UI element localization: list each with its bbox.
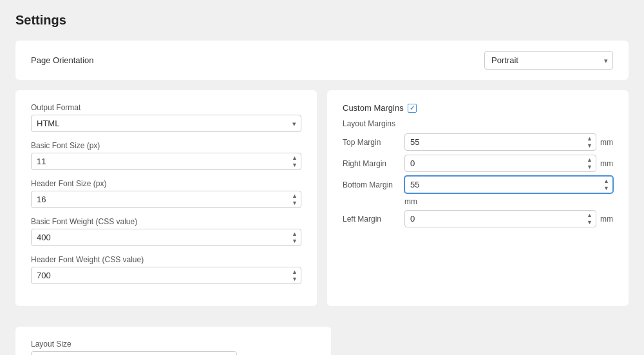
output-format-group: Output Format HTML PDF DOCX ▾ — [31, 103, 301, 132]
top-margin-spinner: ▲ ▼ — [404, 133, 596, 151]
layout-size-select[interactable]: A4 A3 Letter Legal — [31, 351, 237, 355]
left-margin-row: Left Margin ▲ ▼ mm — [343, 210, 613, 227]
left-margin-label: Left Margin — [343, 215, 401, 224]
header-font-size-down[interactable]: ▼ — [289, 200, 300, 207]
orientation-select-wrapper: Portrait Landscape ▾ — [484, 51, 613, 70]
custom-margins-checkbox[interactable] — [408, 104, 417, 113]
main-settings-row: Output Format HTML PDF DOCX ▾ Basic Font… — [15, 90, 629, 316]
bottom-margin-row: Bottom Margin ▲ ▼ — [343, 176, 613, 193]
output-format-label: Output Format — [31, 103, 301, 112]
header-font-size-group: Header Font Size (px) ▲ ▼ — [31, 179, 301, 208]
top-margin-down[interactable]: ▼ — [584, 142, 595, 149]
left-margin-spinner: ▲ ▼ — [404, 210, 596, 227]
right-margin-spinner: ▲ ▼ — [404, 155, 596, 172]
header-font-weight-spinner: ▲ ▼ — [31, 267, 301, 284]
left-settings-card: Output Format HTML PDF DOCX ▾ Basic Font… — [15, 90, 317, 306]
right-margin-up[interactable]: ▲ — [584, 157, 595, 164]
header-font-weight-label: Header Font Weight (CSS value) — [31, 255, 301, 264]
top-margin-up[interactable]: ▲ — [584, 135, 595, 142]
layout-size-group: Layout Size A4 A3 Letter Legal ▾ — [31, 340, 316, 355]
header-font-size-arrows: ▲ ▼ — [289, 193, 300, 207]
bottom-margin-up[interactable]: ▲ — [601, 178, 612, 185]
top-margin-label: Top Margin — [343, 138, 401, 147]
right-margin-input[interactable] — [404, 155, 596, 172]
bottom-margin-spinner: ▲ ▼ — [404, 176, 613, 193]
basic-font-size-up[interactable]: ▲ — [289, 155, 300, 162]
left-margin-input[interactable] — [404, 210, 596, 227]
layout-size-card: Layout Size A4 A3 Letter Legal ▾ — [15, 327, 331, 355]
right-margin-row: Right Margin ▲ ▼ mm — [343, 155, 613, 172]
left-margin-arrows: ▲ ▼ — [584, 212, 595, 226]
header-font-size-input[interactable] — [31, 191, 301, 208]
layout-size-select-wrapper: A4 A3 Letter Legal ▾ — [31, 351, 237, 355]
header-font-size-spinner: ▲ ▼ — [31, 191, 301, 208]
basic-font-size-down[interactable]: ▼ — [289, 162, 300, 169]
bottom-margin-arrows: ▲ ▼ — [601, 178, 612, 192]
basic-font-weight-input[interactable] — [31, 229, 301, 246]
top-margin-arrows: ▲ ▼ — [584, 135, 595, 149]
left-margin-down[interactable]: ▼ — [584, 219, 595, 226]
top-margin-unit: mm — [600, 138, 613, 147]
bottom-margin-down[interactable]: ▼ — [601, 185, 612, 192]
basic-font-size-spinner: ▲ ▼ — [31, 153, 301, 170]
bottom-margin-label: Bottom Margin — [343, 180, 401, 189]
basic-font-weight-spinner: ▲ ▼ — [31, 229, 301, 246]
left-margin-unit: mm — [600, 215, 613, 224]
orientation-select[interactable]: Portrait Landscape — [484, 51, 613, 70]
top-margin-input[interactable] — [404, 133, 596, 151]
basic-font-weight-label: Basic Font Weight (CSS value) — [31, 217, 301, 226]
header-font-size-label: Header Font Size (px) — [31, 179, 301, 188]
basic-font-weight-down[interactable]: ▼ — [289, 238, 300, 245]
header-font-weight-down[interactable]: ▼ — [289, 276, 300, 283]
page-title: Settings — [15, 13, 629, 28]
header-font-weight-input[interactable] — [31, 267, 301, 284]
orientation-section: Page Orientation Portrait Landscape ▾ — [15, 41, 629, 80]
basic-font-size-label: Basic Font Size (px) — [31, 141, 301, 150]
output-format-select-wrapper: HTML PDF DOCX ▾ — [31, 115, 301, 132]
right-margin-down[interactable]: ▼ — [584, 164, 595, 171]
top-margin-row: Top Margin ▲ ▼ mm — [343, 133, 613, 151]
right-settings-card: Custom Margins Layout Margins Top Margin… — [327, 90, 629, 306]
right-margin-label: Right Margin — [343, 159, 401, 168]
orientation-label: Page Orientation — [31, 55, 94, 65]
output-format-select[interactable]: HTML PDF DOCX — [31, 115, 301, 132]
bottom-margin-input[interactable] — [404, 176, 613, 193]
right-margin-unit: mm — [600, 159, 613, 168]
header-font-weight-up[interactable]: ▲ — [289, 269, 300, 276]
header-font-weight-group: Header Font Weight (CSS value) ▲ ▼ — [31, 255, 301, 284]
right-margin-arrows: ▲ ▼ — [584, 157, 595, 171]
basic-font-weight-up[interactable]: ▲ — [289, 231, 300, 238]
custom-margins-label: Custom Margins — [343, 103, 404, 113]
basic-font-size-input[interactable] — [31, 153, 301, 170]
header-font-weight-arrows: ▲ ▼ — [289, 269, 300, 283]
basic-font-weight-group: Basic Font Weight (CSS value) ▲ ▼ — [31, 217, 301, 246]
custom-margins-header: Custom Margins — [343, 103, 613, 113]
basic-font-size-arrows: ▲ ▼ — [289, 155, 300, 169]
basic-font-weight-arrows: ▲ ▼ — [289, 231, 300, 245]
bottom-margin-unit: mm — [404, 197, 613, 206]
header-font-size-up[interactable]: ▲ — [289, 193, 300, 200]
basic-font-size-group: Basic Font Size (px) ▲ ▼ — [31, 141, 301, 170]
layout-size-label: Layout Size — [31, 340, 316, 349]
left-margin-up[interactable]: ▲ — [584, 212, 595, 219]
layout-margins-label: Layout Margins — [343, 119, 613, 128]
